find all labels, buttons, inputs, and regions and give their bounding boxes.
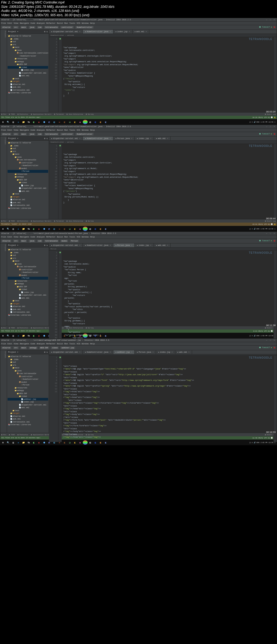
app-icon[interactable]: ◧ xyxy=(52,120,57,124)
tray-icons[interactable]: ⋀ ⊙ 🔊 ENG xyxy=(249,121,259,123)
editor-tab[interactable]: ● Person.java × xyxy=(135,350,156,354)
app-icon[interactable]: ◧ xyxy=(72,227,77,231)
maximize-icon[interactable]: ☐ xyxy=(269,232,272,235)
breadcrumb-item[interactable]: main xyxy=(20,133,27,136)
menu-item[interactable]: Code xyxy=(31,343,35,345)
clock-time[interactable]: 1:49 PM xyxy=(260,121,267,123)
menu-item[interactable]: Navigate xyxy=(20,129,29,131)
menu-item[interactable]: Build xyxy=(57,22,63,24)
tree-item[interactable]: 📄 pom.xml xyxy=(8,308,48,311)
tree-item[interactable]: 📄 eCourse.iml xyxy=(8,83,48,86)
menu-item[interactable]: View xyxy=(14,129,18,131)
close-icon[interactable]: × xyxy=(150,137,151,140)
breadcrumb-item[interactable]: addUser.jsp xyxy=(60,346,75,349)
app-icon[interactable]: ◧ xyxy=(62,227,67,231)
app-icon[interactable]: ◉ xyxy=(37,333,41,338)
menu-item[interactable]: Tools xyxy=(70,343,75,345)
code-editor[interactable]: TETRANOODLE "kw">package com.tetranoodle… xyxy=(62,144,273,219)
tree-item[interactable]: 📁 target xyxy=(8,412,48,415)
tree-item[interactable]: © Person xyxy=(8,170,48,173)
app-icon[interactable]: ◩ xyxy=(47,120,52,124)
start-button[interactable]: ⊞ xyxy=(1,440,5,445)
editor-tab[interactable]: ● web.xml × xyxy=(154,243,171,247)
tree-item[interactable]: 📄 web.xml xyxy=(8,190,48,193)
tool-window-button[interactable]: ▣ Spring xyxy=(86,220,94,222)
menu-item[interactable]: Window xyxy=(82,129,88,131)
close-icon[interactable]: × xyxy=(167,244,168,246)
search-icon[interactable]: 🔍 xyxy=(6,227,11,231)
tool-window-button[interactable]: ▣ Terminal xyxy=(54,113,64,115)
tool-window-button[interactable]: ▣ TODO xyxy=(9,434,15,436)
tree-item[interactable]: 📁 webapp xyxy=(8,60,48,63)
close-icon[interactable]: × xyxy=(79,31,80,33)
tree-item[interactable]: 📦 model xyxy=(8,274,48,277)
store-icon[interactable]: 🛍 xyxy=(26,333,31,338)
editor-tab[interactable]: ● HomeController.java × xyxy=(83,30,113,34)
app-icon[interactable]: ✉ xyxy=(57,227,62,231)
breadcrumb-item[interactable]: main xyxy=(20,26,27,29)
tree-item[interactable]: 📁 out xyxy=(8,254,48,257)
menu-item[interactable]: Analyze xyxy=(37,343,45,345)
tool-window-button[interactable]: ▣ Run xyxy=(1,220,6,222)
menu-item[interactable]: Run xyxy=(64,22,68,24)
editor-tab[interactable]: ● addUser.jsp × xyxy=(113,350,135,354)
app-icon[interactable]: ◧ xyxy=(98,227,103,231)
menu-item[interactable]: VCS xyxy=(77,129,80,131)
tree-item[interactable]: 📄 index.jsp xyxy=(8,69,48,72)
tool-window-button[interactable]: ▣ Statistic xyxy=(18,327,28,329)
run-config[interactable]: ⬢ Tomcat7 ▶ 🐞 xyxy=(259,26,276,29)
tree-item[interactable]: 📁 main xyxy=(8,153,48,156)
menu-item[interactable]: Help xyxy=(90,22,95,24)
app-icon[interactable]: ⬢ xyxy=(42,333,47,338)
tool-window-button[interactable]: ▣ Application Servers xyxy=(31,434,51,436)
menu-item[interactable]: Tools xyxy=(70,129,75,131)
editor-tab[interactable]: ● index.jsp × xyxy=(113,30,133,34)
menu-item[interactable]: File xyxy=(1,22,6,24)
tool-window-button[interactable]: ▣ Terminal xyxy=(54,220,64,222)
menu-item[interactable]: Code xyxy=(31,129,35,131)
menu-item[interactable]: Navigate xyxy=(20,236,29,238)
tree-item[interactable]: 📁 resources xyxy=(8,280,48,283)
tree-item[interactable]: 📄 web.xml xyxy=(8,74,48,77)
menu-item[interactable]: View xyxy=(14,22,18,24)
breadcrumb-item[interactable]: com xyxy=(37,26,43,29)
minimize-icon[interactable]: — xyxy=(265,19,268,21)
tree-item[interactable]: 📦 com.tetranoodle xyxy=(8,158,48,161)
tree-item[interactable]: 📁 test xyxy=(8,77,48,80)
run-icon[interactable]: ▶ xyxy=(271,26,272,29)
tree-item[interactable]: 📁 src xyxy=(8,257,48,260)
tree-item[interactable]: 📚 External Libraries xyxy=(8,207,48,210)
clock-date[interactable]: 12/26 xyxy=(268,228,273,230)
menu-item[interactable]: Build xyxy=(57,343,63,345)
tree-item[interactable]: © Person xyxy=(8,277,48,280)
menu-item[interactable]: Help xyxy=(90,129,95,131)
app-icon[interactable]: ◧ xyxy=(98,120,103,124)
tree-item[interactable]: 📦 com.tetranoodle xyxy=(8,372,48,375)
breadcrumb-item[interactable]: WEB-INF xyxy=(39,346,49,349)
search-icon[interactable]: 🔍 xyxy=(6,440,11,445)
breadcrumb-item[interactable]: model xyxy=(60,240,68,242)
app-icon[interactable]: ◧ xyxy=(31,333,36,338)
menu-item[interactable]: Run xyxy=(64,343,68,345)
menu-item[interactable]: Build xyxy=(57,236,63,238)
tree-item[interactable]: 📁 test xyxy=(8,409,48,412)
breadcrumb-item[interactable]: java xyxy=(29,133,35,136)
breadcrumb-item[interactable]: views xyxy=(51,346,59,349)
tool-window-button[interactable]: ▣ Application Servers xyxy=(31,113,51,115)
store-icon[interactable]: 🛍 xyxy=(26,227,31,231)
close-icon[interactable]: × xyxy=(273,19,276,21)
breadcrumb-item[interactable]: controller xyxy=(60,133,74,136)
app-icon[interactable]: ◉ xyxy=(37,120,41,124)
tree-item[interactable]: 📦 com.tetranoodle xyxy=(8,265,48,268)
tree-item[interactable]: © HomeController xyxy=(8,55,48,58)
close-icon[interactable]: × xyxy=(273,126,276,128)
editor-tab[interactable]: ● index.jsp × xyxy=(135,137,154,140)
close-icon[interactable]: × xyxy=(189,351,190,353)
close-icon[interactable]: × xyxy=(110,351,111,353)
run-config[interactable]: ⬢ Tomcat7 ▶ 🐞 xyxy=(259,240,276,242)
tree-item[interactable]: 📄 dispatcher-servlet.xml xyxy=(8,72,48,75)
app-icon[interactable]: ◧ xyxy=(31,120,36,124)
tree-item[interactable]: 📦 controller xyxy=(8,161,48,164)
tool-window-button[interactable]: ▣ Application Servers xyxy=(31,220,51,222)
tree-item[interactable]: 📄 addUser.jsp xyxy=(8,398,48,401)
